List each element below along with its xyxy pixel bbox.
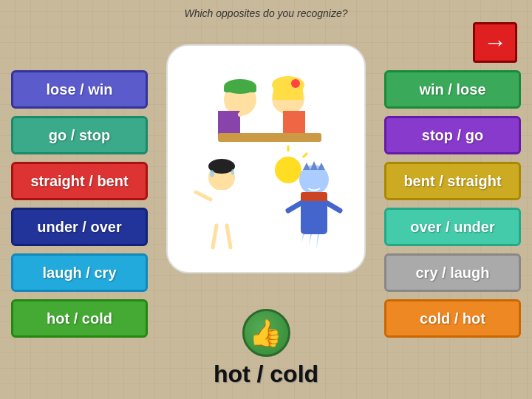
svg-marker-32: [301, 234, 304, 242]
svg-rect-2: [224, 86, 256, 92]
svg-marker-31: [316, 234, 319, 249]
right-column: win / lose stop / go bent / straight ove…: [384, 70, 521, 338]
scene-illustration: [174, 55, 358, 262]
btn-go-stop[interactable]: go / stop: [11, 116, 148, 154]
btn-hot-cold[interactable]: hot / cold: [11, 299, 148, 338]
svg-point-8: [291, 79, 300, 88]
btn-cold-hot[interactable]: cold / hot: [384, 299, 521, 338]
btn-straight-bent[interactable]: straight / bent: [11, 162, 148, 200]
thumbs-up-icon: 👍: [242, 309, 290, 357]
illustration-panel: [166, 44, 366, 273]
svg-point-11: [275, 157, 301, 183]
svg-marker-30: [309, 234, 312, 246]
left-column: lose / win go / stop straight / bent und…: [11, 70, 148, 338]
btn-lose-win[interactable]: lose / win: [11, 70, 148, 109]
btn-win-lose[interactable]: win / lose: [384, 70, 521, 109]
btn-cry-laugh[interactable]: cry / laugh: [384, 253, 521, 292]
svg-rect-3: [218, 111, 240, 137]
svg-line-22: [213, 225, 216, 248]
next-button[interactable]: →: [473, 22, 517, 63]
svg-rect-27: [301, 192, 327, 201]
svg-rect-18: [211, 190, 233, 227]
page-title: Which opposites do you recognize?: [0, 0, 532, 19]
svg-rect-10: [218, 133, 321, 142]
svg-line-29: [327, 203, 340, 211]
svg-marker-25: [303, 161, 325, 170]
answer-area: 👍 hot / cold: [214, 309, 318, 388]
answer-label: hot / cold: [214, 361, 318, 388]
svg-line-13: [303, 153, 307, 157]
svg-rect-9: [283, 111, 305, 137]
svg-rect-7: [273, 85, 303, 100]
btn-under-over[interactable]: under / over: [11, 208, 148, 246]
btn-over-under[interactable]: over / under: [384, 208, 521, 246]
svg-line-28: [288, 203, 301, 211]
btn-laugh-cry[interactable]: laugh / cry: [11, 253, 148, 292]
arrow-icon: →: [483, 29, 507, 56]
btn-stop-go[interactable]: stop / go: [384, 116, 521, 154]
svg-point-21: [231, 169, 234, 175]
svg-line-23: [227, 225, 231, 248]
svg-line-19: [196, 192, 211, 200]
btn-bent-straight[interactable]: bent / straight: [384, 162, 521, 200]
svg-point-20: [210, 170, 214, 177]
